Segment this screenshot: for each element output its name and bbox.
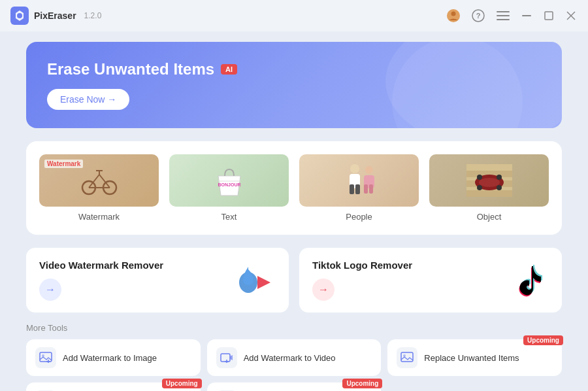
people-preview-image xyxy=(299,154,419,207)
tool-row: Video Watermark Remover → Tiktok Logo Re… xyxy=(26,248,562,313)
svg-rect-7 xyxy=(497,15,510,16)
video-watermark-card[interactable]: Video Watermark Remover → xyxy=(26,248,289,313)
add-watermark-image-label: Add Watermark to Image xyxy=(63,353,157,363)
object-preview-image xyxy=(429,154,549,207)
video-watermark-icon xyxy=(230,263,276,298)
more-tool-ai-colorizer[interactable]: Upcoming AI AI Photo Colorizer xyxy=(207,382,382,391)
svg-point-36 xyxy=(477,185,482,190)
maximize-button[interactable] xyxy=(542,9,555,22)
svg-rect-24 xyxy=(350,184,354,194)
video-watermark-arrow-button[interactable]: → xyxy=(39,279,61,301)
watermark-label: Watermark xyxy=(78,212,120,222)
svg-rect-9 xyxy=(522,15,531,16)
tiktok-logo-arrow-button[interactable]: → xyxy=(312,279,335,301)
svg-rect-42 xyxy=(40,352,52,362)
svg-rect-28 xyxy=(364,184,368,194)
menu-icon[interactable] xyxy=(495,8,511,24)
people-label: People xyxy=(346,212,372,222)
help-icon[interactable]: ? xyxy=(470,8,486,24)
tiktok-logo-card[interactable]: Tiktok Logo Remover → xyxy=(299,248,562,313)
category-card-people[interactable]: People xyxy=(299,154,419,222)
svg-point-35 xyxy=(479,178,500,187)
erase-now-button[interactable]: Erase Now → xyxy=(47,89,129,110)
svg-text:?: ? xyxy=(476,12,481,20)
more-tool-replace-unwanted[interactable]: Upcoming Replace Unwanted Items xyxy=(387,339,562,376)
video-watermark-card-left: Video Watermark Remover → xyxy=(39,260,163,301)
more-tool-add-watermark-image[interactable]: Add Watermark to Image xyxy=(26,339,201,376)
add-watermark-image-icon xyxy=(35,347,56,368)
replace-unwanted-upcoming-badge: Upcoming xyxy=(523,335,563,345)
svg-marker-41 xyxy=(257,276,270,289)
svg-point-39 xyxy=(497,175,502,180)
app-version: 1.2.0 xyxy=(84,11,102,20)
svg-rect-8 xyxy=(497,19,510,20)
tiktok-logo-card-left: Tiktok Logo Remover → xyxy=(312,260,412,301)
watermark-preview-image: Watermark xyxy=(39,154,159,207)
hero-title: Erase Unwanted Items AI xyxy=(47,60,541,78)
svg-point-3 xyxy=(451,12,456,16)
watermark-overlay-label: Watermark xyxy=(44,160,83,168)
svg-rect-25 xyxy=(355,184,360,194)
tiktok-logo-title: Tiktok Logo Remover xyxy=(312,260,412,271)
ai-badge: AI xyxy=(221,64,237,75)
app-name: PixEraser xyxy=(34,10,76,21)
more-tools-title: More Tools xyxy=(26,323,562,333)
more-tool-add-watermark-video[interactable]: Add Watermark to Video xyxy=(207,339,382,376)
tiktok-logo-icon xyxy=(512,261,549,300)
svg-point-38 xyxy=(477,175,482,180)
more-tool-ai-enhancer[interactable]: Upcoming AI AI Image Enhancer xyxy=(26,382,201,391)
main-content: Erase Unwanted Items AI Erase Now → Wate… xyxy=(0,31,588,391)
titlebar-left: PixEraser 1.2.0 xyxy=(10,7,101,25)
video-watermark-title: Video Watermark Remover xyxy=(39,260,163,271)
object-label: Object xyxy=(477,212,502,222)
add-watermark-video-label: Add Watermark to Video xyxy=(244,353,336,363)
text-preview-image: BONJOUR xyxy=(169,154,289,207)
profile-icon[interactable] xyxy=(446,8,461,24)
ai-enhancer-upcoming-badge: Upcoming xyxy=(162,379,202,388)
replace-unwanted-label: Replace Unwanted Items xyxy=(424,353,519,363)
svg-point-37 xyxy=(497,185,502,190)
ai-colorizer-upcoming-badge: Upcoming xyxy=(342,379,382,388)
more-tools-section: More Tools Add Watermark to Image xyxy=(26,323,562,391)
svg-rect-31 xyxy=(466,164,512,171)
more-tools-grid: Add Watermark to Image Add Watermark to … xyxy=(26,339,562,391)
svg-rect-46 xyxy=(221,354,230,362)
minimize-button[interactable] xyxy=(520,9,533,22)
hero-banner: Erase Unwanted Items AI Erase Now → xyxy=(26,42,562,128)
text-label: Text xyxy=(221,212,237,222)
close-button[interactable] xyxy=(564,9,578,22)
replace-unwanted-icon xyxy=(397,347,417,368)
add-watermark-video-icon xyxy=(216,347,237,368)
hero-title-text: Erase Unwanted Items xyxy=(47,60,214,78)
app-logo-icon xyxy=(10,7,29,25)
titlebar-right: ? xyxy=(446,8,578,24)
category-card-object[interactable]: Object xyxy=(429,154,549,222)
svg-rect-50 xyxy=(401,352,413,362)
svg-point-26 xyxy=(365,166,373,174)
svg-rect-10 xyxy=(545,12,553,20)
svg-point-1 xyxy=(17,13,22,18)
category-card-watermark[interactable]: Watermark Watermark xyxy=(39,154,159,222)
category-card-text[interactable]: BONJOUR Text xyxy=(169,154,289,222)
titlebar: PixEraser 1.2.0 ? xyxy=(0,0,588,31)
svg-rect-29 xyxy=(369,184,373,194)
category-section: Watermark Watermark xyxy=(26,141,562,235)
svg-point-22 xyxy=(350,164,359,173)
svg-rect-6 xyxy=(497,11,510,12)
svg-text:BONJOUR: BONJOUR xyxy=(218,182,240,187)
